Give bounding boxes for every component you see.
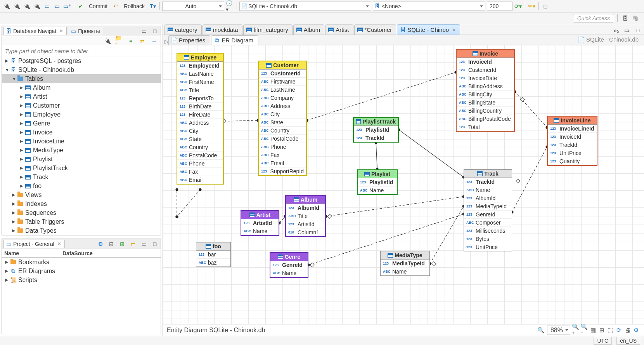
refresh-icon[interactable]: → bbox=[150, 37, 158, 45]
rollback-icon[interactable]: ↶ bbox=[111, 2, 120, 10]
entity-header[interactable]: Employee bbox=[177, 54, 223, 62]
entity-column[interactable]: 123UnitPrice bbox=[464, 243, 512, 251]
tree-node[interactable]: ▶Employee bbox=[2, 110, 161, 119]
entity-column[interactable]: ABCCountry bbox=[259, 127, 306, 135]
history-icon[interactable]: 🕓▾ bbox=[226, 2, 234, 10]
expand-icon[interactable]: ▶ bbox=[5, 58, 10, 63]
tree-node[interactable]: ▼🗄SQLite - Chinook.db bbox=[2, 65, 161, 74]
expand-icon[interactable]: ▼ bbox=[12, 77, 17, 81]
entity-column[interactable]: ABCAddress bbox=[177, 119, 223, 127]
layout-icon[interactable]: ▦ bbox=[589, 326, 597, 335]
entity-column[interactable]: 123TrackId bbox=[354, 134, 398, 142]
expand-icon[interactable]: ▶ bbox=[12, 201, 17, 206]
editor-tab[interactable]: mockdata bbox=[203, 24, 242, 35]
maximize-editor-icon[interactable]: □ bbox=[634, 26, 642, 35]
entity-header[interactable]: MediaType bbox=[381, 251, 429, 260]
project-tree[interactable]: ▶Bookmarks▶⧉ER Diagrams▶📜Scripts bbox=[2, 258, 161, 334]
entity-column[interactable]: 123bar bbox=[196, 251, 230, 259]
plug-orange-icon[interactable]: 🔌 bbox=[23, 2, 31, 10]
entity-header[interactable]: Album bbox=[286, 196, 325, 204]
sql-script-icon[interactable]: ▭ bbox=[53, 2, 61, 10]
entity-column[interactable]: 123BirthDate bbox=[177, 103, 223, 111]
maximize-icon[interactable]: □ bbox=[151, 240, 159, 248]
refresh-icon[interactable]: ⟳▾ bbox=[514, 2, 523, 10]
zoom-in-icon[interactable]: 🔍⁺ bbox=[572, 326, 580, 335]
entity-column[interactable]: ABCComposer bbox=[464, 219, 512, 227]
tree-node[interactable]: ▶PlaylistTrack bbox=[2, 164, 161, 172]
entity-column[interactable]: 123MediaTypeId bbox=[381, 260, 429, 268]
expand-icon[interactable]: ▶ bbox=[20, 148, 24, 153]
sql-editor-icon[interactable]: ▭ bbox=[43, 2, 51, 10]
expand-icon[interactable]: ▶ bbox=[20, 130, 24, 135]
entity-column[interactable]: ABCName bbox=[381, 268, 429, 275]
editor-tab[interactable]: category bbox=[164, 24, 202, 35]
commit-icon[interactable]: ✔ bbox=[76, 2, 85, 10]
entity-column[interactable]: 123HireDate bbox=[177, 111, 223, 119]
navigator-filter-input[interactable] bbox=[2, 46, 161, 56]
connection-select[interactable]: 📄 SQLite - Chinook.db bbox=[239, 2, 371, 11]
entity-header[interactable]: Customer bbox=[259, 61, 306, 70]
entity-column[interactable]: ABCBillingPostalCode bbox=[457, 115, 514, 123]
sql-new-icon[interactable]: ▭⁺ bbox=[63, 2, 71, 10]
entity-header[interactable]: Artist bbox=[241, 211, 279, 219]
navigator-tab[interactable]: 🗄 Database Navigat ✕ bbox=[3, 27, 67, 35]
diagram-canvas[interactable]: Employee123EmployeeIdABCLastNameABCFirst… bbox=[163, 45, 644, 324]
entity-column[interactable]: ABCCity bbox=[259, 110, 306, 118]
entity-column[interactable]: ABCState bbox=[259, 118, 306, 127]
entity-header[interactable]: Track bbox=[464, 170, 512, 178]
entity-header[interactable]: Genre bbox=[270, 253, 308, 261]
expand-icon[interactable]: ▶ bbox=[20, 174, 24, 179]
link-icon[interactable]: ⇄ bbox=[138, 37, 147, 45]
editor-tab[interactable]: Album bbox=[293, 24, 325, 35]
plug-disabled-icon[interactable]: 🔌 bbox=[33, 2, 41, 10]
subtab-properties[interactable]: 📄 Properties bbox=[168, 35, 210, 45]
entity-header[interactable]: InvoiceLine bbox=[548, 117, 597, 125]
close-icon[interactable]: ✕ bbox=[56, 241, 61, 247]
catalog-select[interactable]: 🗄 <None> bbox=[373, 2, 485, 11]
entity-column[interactable]: ABCName bbox=[464, 186, 512, 194]
entity-column[interactable]: 123Bytes bbox=[464, 235, 512, 243]
entity-column[interactable]: ABCCity bbox=[177, 127, 223, 135]
tree-node[interactable]: ▶Data Types bbox=[2, 226, 161, 235]
tree-node[interactable]: ▶Customer bbox=[2, 101, 161, 110]
entity-track[interactable]: Track123TrackIdABCName123AlbumId123Media… bbox=[464, 169, 512, 251]
entity-column[interactable]: ABCbaz bbox=[196, 259, 230, 267]
entity-foo[interactable]: foo123barABCbaz bbox=[196, 242, 231, 267]
tree-node[interactable]: ▶Album bbox=[2, 83, 161, 92]
entity-column[interactable]: ABCCompany bbox=[259, 94, 306, 102]
entity-column[interactable]: ABCName bbox=[270, 269, 308, 277]
minimize-icon[interactable]: ▭ bbox=[140, 27, 148, 35]
tx-icon[interactable]: T▾ bbox=[149, 2, 157, 10]
collapse-all-icon[interactable]: ⊟ bbox=[107, 240, 116, 248]
fetch-size-input[interactable]: 200 bbox=[487, 2, 512, 11]
expand-icon[interactable]: ▼ bbox=[5, 68, 10, 72]
entity-column[interactable]: ABCPhone bbox=[177, 160, 223, 168]
entity-column[interactable]: ABCAddress bbox=[259, 102, 306, 110]
tree-node[interactable]: ▶Sequences bbox=[2, 208, 161, 217]
entity-column[interactable]: ABCBillingCountry bbox=[457, 107, 514, 115]
entity-column[interactable]: ABCPostalCode bbox=[259, 135, 306, 143]
entity-header[interactable]: Invoice bbox=[457, 50, 514, 58]
zoom-out-icon[interactable]: 🔍⁻ bbox=[580, 326, 589, 335]
entity-artist[interactable]: Artist123ArtistIdABCName bbox=[241, 210, 279, 236]
entity-column[interactable]: ABCFax bbox=[259, 151, 306, 159]
refresh-diagram-icon[interactable]: ⟳ bbox=[615, 326, 623, 335]
entity-column[interactable]: ABCEmail bbox=[177, 176, 223, 184]
settings-icon[interactable]: ⚙ bbox=[96, 240, 105, 248]
status-timezone[interactable]: UTC bbox=[594, 337, 612, 345]
tabs-overflow-icon[interactable]: »₅ bbox=[613, 27, 619, 34]
tree-node[interactable]: ▶InvoiceLine bbox=[2, 137, 161, 146]
entity-column[interactable]: 123UnitPrice bbox=[548, 149, 597, 157]
close-icon[interactable]: ✕ bbox=[58, 28, 63, 34]
entity-column[interactable]: ABCFirstName bbox=[259, 78, 306, 86]
entity-column[interactable]: 123SupportRepId bbox=[259, 167, 306, 175]
tx-mode-combo[interactable]: Auto bbox=[162, 2, 224, 11]
minimize-icon[interactable]: ▭ bbox=[140, 240, 148, 248]
entity-column[interactable]: 123GenreId bbox=[464, 211, 512, 219]
entity-column[interactable]: ABCName bbox=[241, 227, 279, 235]
tree-node[interactable]: ▶Views bbox=[2, 190, 161, 199]
entity-header[interactable]: foo bbox=[196, 242, 230, 251]
entity-column[interactable]: ABCBillingCity bbox=[457, 91, 514, 99]
tree-node[interactable]: ▶Track bbox=[2, 172, 161, 181]
entity-column[interactable]: 123EmployeeId bbox=[177, 62, 223, 70]
